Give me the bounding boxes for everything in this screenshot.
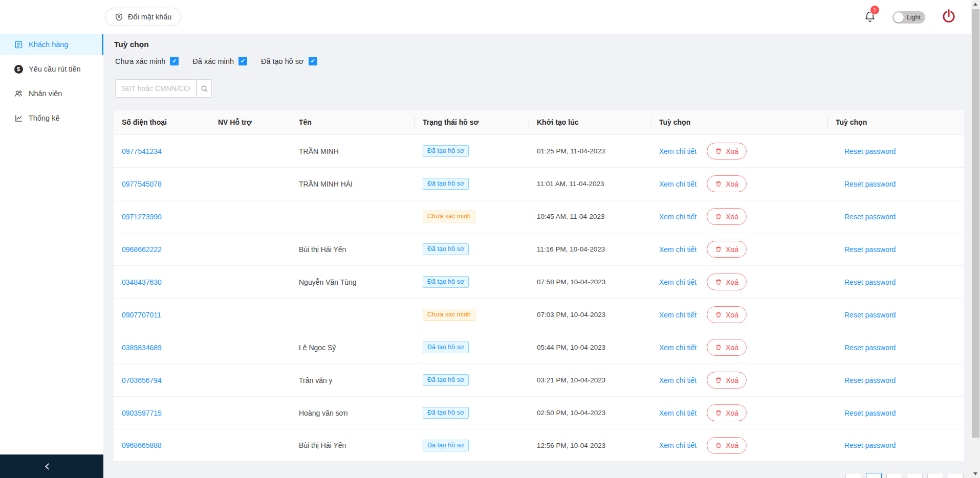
phone-link[interactable]: 0977545078 (122, 180, 162, 188)
theme-toggle[interactable]: Light (892, 11, 925, 24)
name-cell: Bùi thị Hải Yến (291, 245, 415, 254)
view-details-link[interactable]: Xem chi tiết (659, 376, 696, 384)
name-cell: Nguyễn Văn Tùng (291, 278, 415, 286)
view-details-link[interactable]: Xem chi tiết (659, 441, 696, 449)
status-badge: Đã tạo hồ sơ (423, 407, 469, 419)
reset-password-link[interactable]: Reset password (844, 278, 896, 286)
phone-link[interactable]: 0903597715 (122, 409, 162, 417)
delete-button[interactable]: Xoá (707, 437, 747, 454)
sidebar-collapse-button[interactable] (0, 454, 103, 478)
sidebar-item-1[interactable]: $Yêu cầu rút tiền (0, 59, 103, 79)
trash-icon (715, 344, 722, 351)
phone-link[interactable]: 0703656794 (122, 376, 162, 384)
phone-link[interactable]: 0907707011 (122, 311, 161, 319)
phone-link[interactable]: 0389834689 (122, 344, 162, 352)
sidebar-item-2[interactable]: Nhân viên (0, 83, 103, 104)
delete-button[interactable]: Xoá (707, 175, 747, 192)
checkbox-checked-icon[interactable]: ✔ (309, 57, 317, 65)
phone-cell: 0977545078 (114, 180, 210, 188)
status-badge: Đã tạo hồ sơ (423, 243, 469, 255)
change-password-button[interactable]: Đổi mật khẩu (105, 8, 181, 26)
delete-button[interactable]: Xoá (707, 143, 747, 160)
view-details-link[interactable]: Xem chi tiết (659, 278, 696, 286)
status-cell: Chưa xác minh (415, 211, 529, 222)
table-row: 0348437630Nguyễn Văn TùngĐã tạo hồ sơ07:… (114, 265, 964, 298)
phone-cell: 0703656794 (114, 376, 210, 384)
page-button-0[interactable] (845, 473, 861, 478)
delete-label: Xoá (726, 245, 738, 254)
page-button-3[interactable] (907, 473, 923, 478)
status-cell: Đã tạo hồ sơ (415, 178, 529, 190)
trash-icon (715, 376, 722, 384)
notification-badge: 1 (870, 5, 880, 15)
reset-password-link[interactable]: Reset password (844, 180, 896, 188)
column-header-label: Tuỳ chọn (836, 118, 867, 126)
page-button-5[interactable] (948, 473, 964, 478)
page-button-2[interactable] (886, 473, 902, 478)
search-input[interactable] (115, 79, 197, 98)
filter-group-2: Đã tạo hồ sơ✔ (261, 57, 317, 65)
status-cell: Đã tạo hồ sơ (415, 145, 529, 157)
delete-button[interactable]: Xoá (707, 404, 747, 421)
delete-button[interactable]: Xoá (707, 241, 747, 258)
reset-cell: Reset password (827, 409, 964, 417)
phone-link[interactable]: 0968665888 (122, 441, 162, 449)
status-cell: Đã tạo hồ sơ (415, 374, 529, 386)
table-row: 0971273990Chưa xác minh10:45 AM, 11-04-2… (114, 200, 964, 233)
reset-password-link[interactable]: Reset password (844, 409, 896, 417)
phone-link[interactable]: 0977541234 (122, 147, 162, 155)
pagination (845, 473, 964, 478)
view-details-link[interactable]: Xem chi tiết (659, 344, 696, 352)
phone-link[interactable]: 0348437630 (122, 278, 162, 286)
column-header-6: Tuỳ chọn (827, 110, 964, 134)
delete-button[interactable]: Xoá (707, 372, 747, 389)
scrollbar-thumb[interactable] (972, 9, 979, 438)
notifications-button[interactable]: 1 (863, 10, 877, 25)
dollar-circle-icon: $ (14, 65, 23, 74)
status-badge: Đã tạo hồ sơ (423, 178, 469, 190)
delete-button[interactable]: Xoá (707, 274, 747, 290)
trash-icon (715, 311, 722, 318)
phone-link[interactable]: 0968662222 (122, 245, 162, 254)
logout-button[interactable] (941, 8, 957, 27)
delete-button[interactable]: Xoá (707, 208, 747, 225)
phone-cell: 0903597715 (114, 409, 210, 417)
delete-label: Xoá (726, 213, 738, 221)
reset-password-link[interactable]: Reset password (844, 376, 896, 384)
reset-password-link[interactable]: Reset password (844, 245, 896, 254)
name-cell: TRẦN MINH (291, 147, 415, 155)
phone-link[interactable]: 0971273990 (122, 213, 162, 221)
view-details-link[interactable]: Xem chi tiết (659, 213, 696, 221)
delete-button[interactable]: Xoá (707, 339, 747, 356)
view-details-link[interactable]: Xem chi tiết (659, 180, 696, 188)
view-details-link[interactable]: Xem chi tiết (659, 409, 696, 417)
sidebar-item-3[interactable]: Thống kê (0, 108, 103, 128)
view-details-link[interactable]: Xem chi tiết (659, 147, 696, 155)
sidebar-item-label: Thống kê (29, 114, 59, 122)
page-button-4[interactable] (927, 473, 943, 478)
status-cell: Đã tạo hồ sơ (415, 276, 529, 288)
vertical-scrollbar[interactable] (971, 0, 980, 478)
trash-icon (715, 442, 722, 449)
reset-password-link[interactable]: Reset password (844, 311, 896, 319)
sidebar-item-0[interactable]: Khách hàng (0, 34, 103, 55)
search-button[interactable] (197, 79, 212, 98)
status-badge: Đã tạo hồ sơ (423, 342, 469, 353)
reset-cell: Reset password (827, 147, 964, 155)
sidebar: Khách hàng$Yêu cầu rút tiềnNhân viênThốn… (0, 34, 103, 478)
reset-password-link[interactable]: Reset password (844, 147, 896, 155)
actions-cell: Xem chi tiếtXoá (651, 339, 827, 356)
scroll-down-icon[interactable] (973, 472, 977, 475)
reset-password-link[interactable]: Reset password (844, 441, 896, 449)
page-button-1[interactable] (866, 473, 882, 478)
scroll-up-icon[interactable] (973, 3, 977, 6)
reset-password-link[interactable]: Reset password (844, 344, 896, 352)
checkbox-checked-icon[interactable]: ✔ (170, 57, 179, 65)
table-body: 0977541234TRẦN MINHĐã tạo hồ sơ01:25 PM,… (114, 134, 964, 462)
reset-password-link[interactable]: Reset password (844, 213, 896, 221)
team-icon (14, 89, 23, 98)
view-details-link[interactable]: Xem chi tiết (659, 311, 696, 319)
view-details-link[interactable]: Xem chi tiết (659, 245, 696, 254)
checkbox-checked-icon[interactable]: ✔ (238, 57, 247, 65)
delete-button[interactable]: Xoá (707, 306, 747, 323)
